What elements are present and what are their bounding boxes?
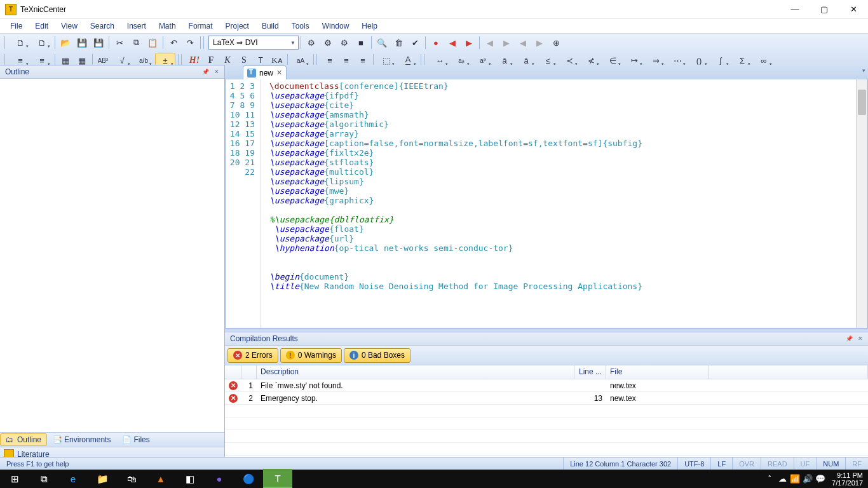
locate-error-button[interactable]: ⊕ [548, 35, 564, 50]
minimize-button[interactable]: ― [780, 0, 810, 18]
result-row[interactable]: ✕1File `mwe.sty' not found.new.tex [225, 379, 868, 392]
prev-error-button[interactable]: ◀ [445, 35, 460, 50]
paste-button[interactable]: 📋 [145, 35, 160, 50]
result-row-empty [225, 430, 868, 443]
menu-build[interactable]: Build [255, 20, 285, 32]
warning-icon: ! [286, 351, 295, 360]
menu-tools[interactable]: Tools [285, 20, 316, 32]
build-profile-combo[interactable]: LaTeX ⇒ DVI▼ [208, 36, 299, 50]
outline-pin-button[interactable]: 📌 [200, 67, 210, 76]
tray-action-icon[interactable]: 💬 [814, 474, 827, 484]
menu-file[interactable]: File [4, 20, 29, 32]
result-row-empty [225, 417, 868, 430]
document-tab-new[interactable]: new ✕ [243, 65, 287, 79]
cut-button[interactable]: ✂ [112, 35, 127, 50]
scrollbar-thumb[interactable] [858, 90, 866, 115]
col-file[interactable]: File [606, 365, 709, 379]
taskbar-app1[interactable]: ◧ [175, 470, 205, 488]
outline-pane: Outline 📌 ✕ 🗂Outline 📑Environments 📄File… [0, 65, 225, 462]
view-output-button[interactable]: 🔍 [374, 35, 390, 50]
tray-network-icon[interactable]: 📶 [789, 474, 801, 484]
menu-math[interactable]: Math [153, 20, 182, 32]
maximize-button[interactable]: ▢ [810, 0, 839, 18]
close-button[interactable]: ✕ [839, 0, 868, 18]
clean-button[interactable]: 🗑 [391, 35, 406, 50]
prev-warning-button[interactable]: ◀ [482, 35, 498, 50]
results-pin-button[interactable]: 📌 [844, 334, 854, 343]
errors-filter-button[interactable]: ✕2 Errors [227, 348, 278, 363]
outline-tree-icon: 🗂 [6, 435, 15, 444]
next-badbox-button[interactable]: ▶ [532, 35, 547, 50]
toolbar-grip[interactable] [203, 36, 207, 49]
stop-build-button[interactable]: ■ [353, 35, 369, 50]
undo-button[interactable]: ↶ [166, 35, 181, 50]
document-tabs: new ✕ [225, 65, 868, 79]
content-area: Outline 📌 ✕ 🗂Outline 📑Environments 📄File… [0, 65, 868, 462]
taskbar-taskview[interactable]: ⧉ [29, 470, 58, 488]
save-button[interactable]: 💾 [74, 35, 90, 50]
next-warning-button[interactable]: ▶ [499, 35, 514, 50]
new-doc-button[interactable]: 🗋 [10, 35, 31, 50]
results-close-button[interactable]: ✕ [855, 334, 865, 343]
menu-insert[interactable]: Insert [121, 20, 153, 32]
outline-close-button[interactable]: ✕ [212, 67, 222, 76]
outline-tab-files[interactable]: 📄Files [116, 433, 155, 446]
taskbar-chrome[interactable]: 🔵 [234, 470, 263, 488]
taskbar-explorer[interactable]: 📁 [88, 470, 117, 488]
help-button[interactable]: ● [428, 35, 444, 50]
new-project-button[interactable]: 🗋 [32, 35, 52, 50]
status-read: READ [761, 458, 794, 470]
tray-volume-icon[interactable]: 🔊 [801, 474, 814, 484]
app-icon: T [5, 4, 17, 15]
menu-window[interactable]: Window [316, 20, 356, 32]
spellcheck-button[interactable]: ✔ [407, 35, 423, 50]
error-icon: ✕ [233, 351, 242, 360]
taskbar: ⊞ ⧉ e 📁 🛍 ▲ ◧ ● 🔵 T ˄ ☁ 📶 🔊 💬 9:11 PM 7/… [0, 470, 868, 488]
result-row[interactable]: ✕2Emergency stop.13new.tex [225, 392, 868, 405]
tray-chevron-icon[interactable]: ˄ [763, 474, 776, 484]
outline-tab-outline[interactable]: 🗂Outline [0, 433, 47, 446]
toolbar-grip[interactable] [4, 36, 8, 49]
prev-badbox-button[interactable]: ◀ [515, 35, 531, 50]
menu-help[interactable]: Help [355, 20, 384, 32]
tray-onedrive-icon[interactable]: ☁ [776, 474, 789, 484]
outline-header: Outline 📌 ✕ [0, 65, 224, 79]
toolbar-row-1: 🗋 🗋 📂 💾 💾 ✂ ⧉ 📋 ↶ ↷ LaTeX ⇒ DVI▼ ⚙ ⚙ ⚙ ■… [0, 34, 868, 51]
col-line[interactable]: Line ... [574, 365, 606, 379]
outline-tab-environments[interactable]: 📑Environments [47, 433, 116, 446]
editor-scrollbar[interactable] [856, 79, 867, 328]
copy-button[interactable]: ⧉ [128, 35, 144, 50]
document-close-icon[interactable]: ✕ [276, 69, 282, 77]
menu-format[interactable]: Format [182, 20, 219, 32]
results-title: Compilation Results [230, 334, 298, 343]
code-content[interactable]: \documentclass[conference]{IEEEtran} \us… [261, 79, 867, 328]
taskbar-start[interactable]: ⊞ [0, 470, 29, 488]
menu-edit[interactable]: Edit [29, 20, 55, 32]
warnings-filter-button[interactable]: !0 Warnings [280, 348, 342, 363]
open-button[interactable]: 📂 [58, 35, 73, 50]
taskbar-matlab[interactable]: ▲ [146, 470, 175, 488]
taskbar-edge[interactable]: e [58, 470, 88, 488]
save-all-button[interactable]: 💾 [91, 35, 106, 50]
code-editor[interactable]: 1 2 3 4 5 6 7 8 9 10 11 12 13 14 15 16 1… [225, 79, 868, 329]
taskbar-texniccenter[interactable]: T [263, 469, 292, 488]
menu-view[interactable]: View [55, 20, 84, 32]
environments-icon: 📑 [53, 435, 62, 444]
menu-search[interactable]: Search [84, 20, 121, 32]
status-help: Press F1 to get help [0, 458, 564, 470]
badboxes-filter-button[interactable]: i0 Bad Boxes [344, 348, 410, 363]
menu-project[interactable]: Project [219, 20, 255, 32]
status-uf: UF [794, 458, 817, 470]
build-all-button[interactable]: ⚙ [337, 35, 352, 50]
build-view-button[interactable]: ⚙ [320, 35, 336, 50]
col-description[interactable]: Description [257, 365, 574, 379]
tray-clock[interactable]: 9:11 PM 7/17/2017 [827, 471, 868, 487]
redo-button[interactable]: ↷ [182, 35, 198, 50]
taskbar-store[interactable]: 🛍 [117, 470, 146, 488]
tray-date: 7/17/2017 [832, 479, 863, 487]
build-button[interactable]: ⚙ [304, 35, 319, 50]
taskbar-eclipse[interactable]: ● [205, 470, 234, 488]
compilation-results-pane: Compilation Results 📌 ✕ ✕2 Errors !0 War… [225, 332, 868, 462]
next-error-button[interactable]: ▶ [461, 35, 477, 50]
outline-body[interactable] [0, 79, 224, 432]
